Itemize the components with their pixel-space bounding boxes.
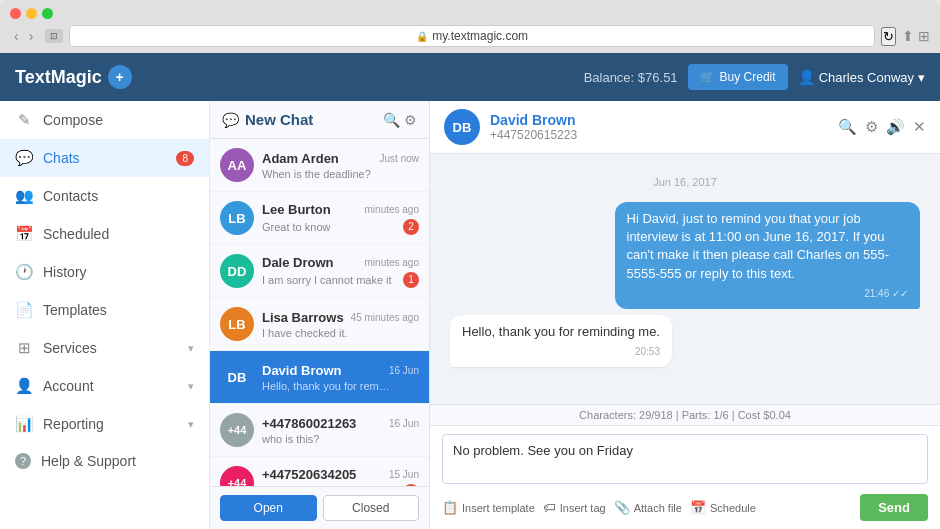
chat-time-adam: Just now: [380, 153, 419, 164]
chat-preview-david: Hello, thank you for remindin...: [262, 380, 392, 392]
chat-mute-button[interactable]: 🔊: [886, 118, 905, 136]
chat-search-button[interactable]: 🔍: [838, 118, 857, 136]
account-arrow-icon: ▾: [188, 380, 194, 393]
chat-time-num2: 15 Jun: [389, 469, 419, 480]
sidebar-item-account[interactable]: 👤 Account ▾: [0, 367, 209, 405]
topnav-right: Balance: $76.51 🛒 Buy Credit 👤 Charles C…: [584, 64, 925, 90]
reporting-icon: 📊: [15, 415, 33, 433]
sidebar-item-services[interactable]: ⊞ Services ▾: [0, 329, 209, 367]
insert-tag-label: Insert tag: [560, 502, 606, 514]
sidebar-item-templates[interactable]: 📄 Templates: [0, 291, 209, 329]
sidebar-item-compose[interactable]: ✎ Compose: [0, 101, 209, 139]
chat-list: 💬 New Chat 🔍 ⚙ AA Adam Arden Just now: [210, 101, 430, 529]
insert-template-label: Insert template: [462, 502, 535, 514]
chat-item-lee[interactable]: LB Lee Burton minutes ago Great to know …: [210, 192, 429, 245]
message-time-2: 20:53: [462, 345, 660, 359]
chat-name-dale: Dale Drown: [262, 255, 334, 270]
user-menu[interactable]: 👤 Charles Conway ▾: [798, 69, 925, 85]
settings-button[interactable]: ⚙: [404, 112, 417, 128]
scheduled-icon: 📅: [15, 225, 33, 243]
search-button[interactable]: 🔍: [383, 112, 400, 128]
chat-time-david: 16 Jun: [389, 365, 419, 376]
template-icon: 📋: [442, 500, 458, 515]
chat-content-num2: +447520634205 15 Jun The task is complet…: [262, 467, 419, 487]
share-button[interactable]: ⬆: [902, 28, 914, 44]
chat-item-num2[interactable]: +44 +447520634205 15 Jun The task is com…: [210, 457, 429, 486]
logo-icon[interactable]: +: [108, 65, 132, 89]
chat-time-lee: minutes ago: [365, 204, 419, 215]
chat-window: DB David Brown +447520615223 🔍 ⚙ 🔊 ✕ Jun…: [430, 101, 940, 529]
sidebar-label-compose: Compose: [43, 112, 103, 128]
new-tab-button[interactable]: ⊞: [918, 28, 930, 44]
chat-list-actions: 🔍 ⚙: [383, 112, 417, 128]
chat-item-num1[interactable]: +44 +447860021263 16 Jun who is this?: [210, 404, 429, 457]
maximize-btn[interactable]: [42, 8, 53, 19]
message-time-1: 21:46 ✓✓: [627, 287, 909, 301]
tag-icon: 🏷: [543, 500, 556, 515]
sidebar-item-contacts[interactable]: 👥 Contacts: [0, 177, 209, 215]
layout: ✎ Compose 💬 Chats 8 👥 Contacts 📅 Schedul…: [0, 101, 940, 529]
chat-time-lisa: 45 minutes ago: [351, 312, 419, 323]
user-icon: 👤: [798, 69, 815, 85]
sidebar-item-scheduled[interactable]: 📅 Scheduled: [0, 215, 209, 253]
insert-template-button[interactable]: 📋 Insert template: [442, 500, 535, 515]
schedule-label: Schedule: [710, 502, 756, 514]
message-text-2: Hello, thank you for reminding me.: [462, 324, 660, 339]
insert-tag-button[interactable]: 🏷 Insert tag: [543, 500, 606, 515]
chat-preview-adam: When is the deadline?: [262, 168, 371, 180]
tab-closed[interactable]: Closed: [323, 495, 420, 521]
send-button[interactable]: Send: [860, 494, 928, 521]
services-arrow-icon: ▾: [188, 342, 194, 355]
chat-item-david[interactable]: DB David Brown 16 Jun Hello, thank you f…: [210, 351, 429, 404]
buy-credit-button[interactable]: 🛒 Buy Credit: [688, 64, 788, 90]
chat-list-body: AA Adam Arden Just now When is the deadl…: [210, 139, 429, 486]
minimize-btn[interactable]: [26, 8, 37, 19]
topnav: TextMagic + Balance: $76.51 🛒 Buy Credit…: [0, 53, 940, 101]
contacts-icon: 👥: [15, 187, 33, 205]
services-icon: ⊞: [15, 339, 33, 357]
avatar-num2: +44: [220, 466, 254, 486]
buy-credit-label: Buy Credit: [720, 70, 776, 84]
sidebar-item-chats[interactable]: 💬 Chats 8: [0, 139, 209, 177]
forward-button[interactable]: ›: [25, 26, 38, 46]
secure-icon: 🔒: [416, 31, 428, 42]
avatar-num1: +44: [220, 413, 254, 447]
new-chat-icon: 💬: [222, 112, 239, 128]
chat-close-button[interactable]: ✕: [913, 118, 926, 136]
chat-preview-num1: who is this?: [262, 433, 319, 445]
refresh-button[interactable]: ↻: [881, 27, 896, 46]
chat-preview-lisa: I have checked it.: [262, 327, 348, 339]
tab-open[interactable]: Open: [220, 495, 317, 521]
reporting-arrow-icon: ▾: [188, 418, 194, 431]
window-button[interactable]: ⊡: [45, 29, 63, 43]
chat-item-adam[interactable]: AA Adam Arden Just now When is the deadl…: [210, 139, 429, 192]
app: TextMagic + Balance: $76.51 🛒 Buy Credit…: [0, 53, 940, 529]
chat-name-david: David Brown: [262, 363, 341, 378]
schedule-button[interactable]: 📅 Schedule: [690, 500, 756, 515]
chat-item-lisa[interactable]: LB Lisa Barrows 45 minutes ago I have ch…: [210, 298, 429, 351]
chat-time-dale: minutes ago: [365, 257, 419, 268]
cart-icon: 🛒: [700, 70, 715, 84]
chat-header-avatar: DB: [444, 109, 480, 145]
sidebar-label-account: Account: [43, 378, 94, 394]
chat-badge-dale: 1: [403, 272, 419, 288]
schedule-icon: 📅: [690, 500, 706, 515]
sidebar-item-help[interactable]: ? Help & Support: [0, 443, 209, 479]
sidebar-item-reporting[interactable]: 📊 Reporting ▾: [0, 405, 209, 443]
sidebar-label-contacts: Contacts: [43, 188, 98, 204]
account-icon: 👤: [15, 377, 33, 395]
address-bar[interactable]: 🔒 my.textmagic.com: [69, 25, 875, 47]
chat-name-num2: +447520634205: [262, 467, 356, 482]
compose-textarea[interactable]: No problem. See you on Friday: [442, 434, 928, 484]
chat-contact-name: David Brown: [490, 112, 828, 128]
chat-content-lisa: Lisa Barrows 45 minutes ago I have check…: [262, 310, 419, 339]
chat-settings-button[interactable]: ⚙: [865, 118, 878, 136]
chat-item-dale[interactable]: DD Dale Drown minutes ago I am sorry I c…: [210, 245, 429, 298]
close-btn[interactable]: [10, 8, 21, 19]
sidebar-item-history[interactable]: 🕐 History: [0, 253, 209, 291]
logo: TextMagic +: [15, 65, 132, 89]
chats-badge: 8: [176, 151, 194, 166]
attach-icon: 📎: [614, 500, 630, 515]
attach-file-button[interactable]: 📎 Attach file: [614, 500, 682, 515]
back-button[interactable]: ‹: [10, 26, 23, 46]
